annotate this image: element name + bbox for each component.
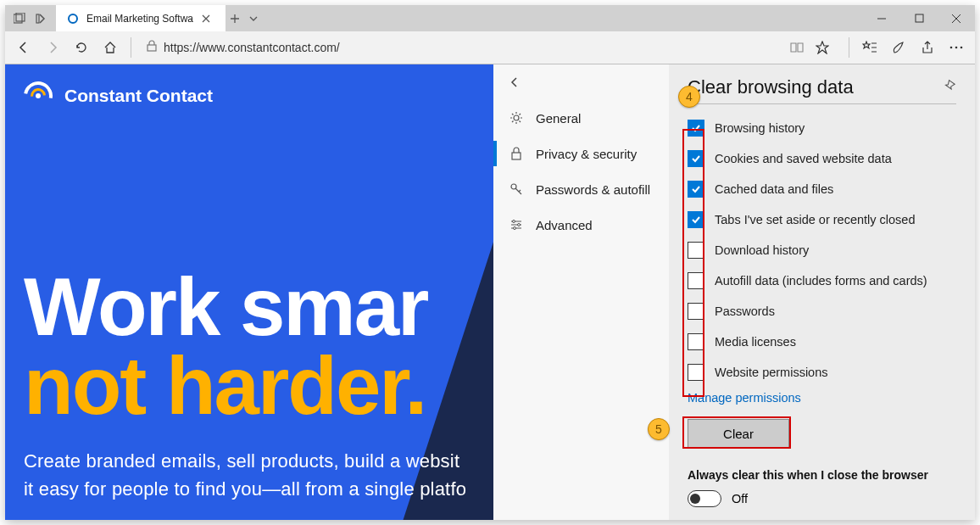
settings-item-privacy[interactable]: Privacy & security: [493, 136, 669, 171]
settings-item-advanced[interactable]: Advanced: [493, 207, 669, 243]
hero-line-1: Work smar: [24, 268, 427, 345]
more-icon[interactable]: [944, 36, 968, 59]
settings-back-button[interactable]: [493, 64, 669, 100]
settings-label: Advanced: [536, 218, 593, 232]
home-button[interactable]: [98, 36, 122, 59]
manage-permissions-link[interactable]: Manage permissions: [688, 388, 801, 405]
titlebar: Email Marketing Softwa: [5, 5, 975, 31]
clear-option-8[interactable]: Website permissions: [688, 357, 956, 388]
clear-option-5[interactable]: Autofill data (includes forms and cards): [688, 265, 956, 296]
favorites-list-icon[interactable]: [858, 36, 882, 59]
tagline-1: Create branded emails, sell products, bu…: [24, 447, 498, 475]
key-icon: [509, 182, 524, 197]
set-aside-icon[interactable]: [32, 9, 51, 28]
lock-icon: [509, 146, 524, 161]
svg-point-13: [518, 224, 521, 226]
back-button[interactable]: [12, 36, 36, 59]
checkbox-label: Media licenses: [715, 335, 796, 349]
clear-option-3[interactable]: Tabs I've set aside or recently closed: [688, 204, 956, 235]
address-bar: https://www.constantcontact.com/: [5, 31, 975, 64]
pin-icon[interactable]: [943, 79, 956, 96]
url-text: https://www.constantcontact.com/: [164, 41, 779, 54]
reading-view-icon[interactable]: [786, 36, 808, 59]
svg-point-8: [961, 47, 963, 49]
clear-option-6[interactable]: Passwords: [688, 296, 956, 327]
clear-option-0[interactable]: Browsing history: [688, 113, 956, 143]
url-input[interactable]: https://www.constantcontact.com/: [140, 35, 840, 60]
svg-point-3: [69, 14, 77, 23]
settings-label: General: [536, 111, 581, 126]
svg-rect-2: [36, 14, 39, 23]
svg-rect-10: [512, 153, 521, 159]
svg-rect-5: [148, 45, 156, 51]
checkbox-label: Download history: [715, 243, 809, 257]
minimize-button[interactable]: [863, 5, 900, 31]
favorite-icon[interactable]: [811, 36, 833, 59]
tab-title: Email Marketing Softwa: [86, 13, 193, 25]
checkbox-label: Passwords: [715, 304, 775, 318]
tagline-2: it easy for people to find you—all from …: [24, 475, 498, 503]
always-clear-toggle[interactable]: [688, 490, 721, 507]
checkbox-label: Cookies and saved website data: [715, 152, 892, 165]
clear-option-4[interactable]: Download history: [688, 235, 956, 265]
clear-option-2[interactable]: Cached data and files: [688, 174, 956, 204]
forward-button[interactable]: [41, 36, 64, 59]
brand-name: Constant Contact: [64, 86, 213, 106]
settings-label: Passwords & autofill: [536, 182, 650, 197]
clear-option-1[interactable]: Cookies and saved website data: [688, 143, 956, 174]
settings-label: Privacy & security: [536, 147, 637, 161]
svg-point-6: [950, 47, 953, 49]
checkbox-label: Website permissions: [715, 366, 828, 379]
gear-icon: [509, 110, 524, 126]
highlight-clear-button: [682, 416, 791, 449]
settings-item-passwords[interactable]: Passwords & autofill: [493, 171, 669, 207]
highlight-checkboxes: [682, 129, 704, 397]
brand-logo: Constant Contact: [24, 81, 213, 110]
tab-overflow-icon[interactable]: [244, 5, 263, 31]
always-clear-label: Always clear this when I close the brows…: [688, 468, 956, 482]
tab-groups-icon[interactable]: [10, 9, 29, 28]
checkbox-label: Cached data and files: [715, 182, 833, 196]
svg-rect-4: [916, 14, 923, 22]
browser-tab[interactable]: Email Marketing Softwa: [56, 5, 226, 31]
callout-4: 4: [678, 86, 700, 108]
panel-title: Clear browsing data: [688, 76, 854, 98]
svg-point-14: [514, 227, 516, 230]
toggle-state: Off: [732, 492, 748, 505]
callout-5: 5: [648, 418, 670, 440]
svg-point-9: [514, 115, 519, 120]
lock-icon: [147, 40, 157, 55]
svg-point-12: [513, 221, 515, 223]
refresh-button[interactable]: [70, 36, 93, 59]
notes-icon[interactable]: [887, 36, 910, 59]
share-icon[interactable]: [916, 36, 939, 59]
sliders-icon: [509, 217, 524, 232]
maximize-button[interactable]: [900, 5, 938, 31]
settings-item-general[interactable]: General: [493, 100, 669, 136]
hero-line-2: not harder.: [24, 345, 427, 427]
close-window-button[interactable]: [938, 5, 975, 31]
checkbox-label: Tabs I've set aside or recently closed: [715, 213, 916, 226]
svg-point-7: [955, 47, 958, 49]
clear-option-7[interactable]: Media licenses: [688, 327, 956, 357]
settings-sidebar: General Privacy & security Passwords & a…: [493, 64, 669, 520]
close-icon[interactable]: [200, 13, 212, 25]
new-tab-button[interactable]: [226, 5, 244, 31]
tab-favicon-icon: [66, 12, 80, 25]
checkbox-label: Autofill data (includes forms and cards): [715, 274, 927, 288]
checkbox-label: Browsing history: [715, 121, 805, 135]
clear-data-panel: Clear browsing data Browsing historyCook…: [669, 64, 975, 520]
